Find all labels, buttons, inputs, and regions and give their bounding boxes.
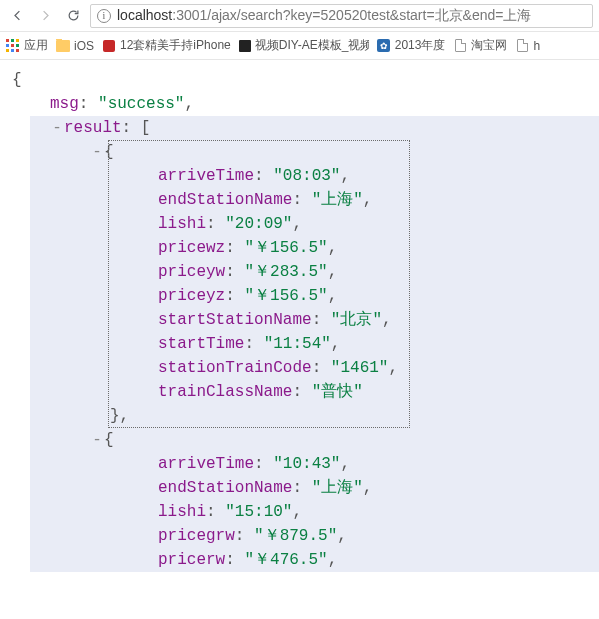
bookmark-2013[interactable]: ✿ 2013年度 [377,37,446,54]
json-key: lishi [158,215,206,233]
json-line: pricewz: "￥156.5", [30,236,599,260]
bookmark-label: 应用 [24,37,48,54]
apps-icon [6,39,20,53]
json-string: "￥283.5" [244,263,327,281]
url-rest: :3001/ajax/search?key=520520test&start=北… [172,7,531,23]
json-string: "￥476.5" [244,551,327,569]
json-line: pricegrw: "￥879.5", [30,524,599,548]
arrow-left-icon [10,8,25,23]
black-icon [239,39,251,53]
json-line: arriveTime: "10:43", [30,452,599,476]
paw-icon: ✿ [377,39,391,53]
bookmark-taobao[interactable]: 淘宝网 [453,37,507,54]
json-key: trainClassName [158,383,292,401]
json-string: "11:54" [264,335,331,353]
json-line: { [0,68,599,92]
json-string: "￥879.5" [254,527,337,545]
json-line: pricerw: "￥476.5", [30,548,599,572]
json-line: endStationName: "上海", [30,188,599,212]
json-string: "北京" [331,311,382,329]
json-key: msg [50,95,79,113]
json-key: arriveTime [158,455,254,473]
json-key: lishi [158,503,206,521]
bookmark-label: iOS [74,39,94,53]
arrow-right-icon [38,8,53,23]
site-info-icon[interactable]: i [97,9,111,23]
bookmark-label: 2013年度 [395,37,446,54]
page-icon [453,39,467,53]
json-key: pricewz [158,239,225,257]
json-key: priceyz [158,287,225,305]
reload-icon [66,8,81,23]
toggle-icon[interactable]: - [90,140,104,164]
json-key: result [64,119,122,137]
red-icon [102,39,116,53]
json-string: "15:10" [225,503,292,521]
bookmark-label: 淘宝网 [471,37,507,54]
bookmark-label: 视频DIY-AE模板_视频 [255,37,369,54]
json-string: "上海" [312,191,363,209]
bookmark-h[interactable]: h [515,39,540,53]
json-string: "08:03" [273,167,340,185]
json-line: startStationName: "北京", [30,308,599,332]
json-line: lishi: "20:09", [30,212,599,236]
json-line: lishi: "15:10", [30,500,599,524]
address-bar-text: localhost:3001/ajax/search?key=520520tes… [117,7,531,25]
json-string: "success" [98,95,184,113]
json-line: priceyw: "￥283.5", [30,260,599,284]
json-string: "上海" [312,479,363,497]
toggle-icon[interactable]: - [50,116,64,140]
bookmark-apps[interactable]: 应用 [6,37,48,54]
json-line: -{ [30,428,599,452]
json-string: "1461" [331,359,389,377]
json-result-block: -result: [ -{ arriveTime: "08:03", endSt… [30,116,599,572]
json-key: priceyw [158,263,225,281]
toggle-icon[interactable]: - [90,428,104,452]
json-line: msg: "success", [0,92,599,116]
json-line: -result: [ [30,116,599,140]
json-line: trainClassName: "普快" [30,380,599,404]
json-line: -{ [30,140,599,164]
json-line: priceyz: "￥156.5", [30,284,599,308]
nav-forward-button[interactable] [34,5,56,27]
json-line: }, [30,404,599,428]
json-line: arriveTime: "08:03", [30,164,599,188]
page-icon [515,39,529,53]
json-key: startStationName [158,311,312,329]
json-string: "￥156.5" [244,287,327,305]
json-line: endStationName: "上海", [30,476,599,500]
json-string: "10:43" [273,455,340,473]
bookmark-label: h [533,39,540,53]
address-bar[interactable]: i localhost:3001/ajax/search?key=520520t… [90,4,593,28]
browser-nav-row: i localhost:3001/ajax/search?key=520520t… [0,0,599,32]
bookmark-iphone[interactable]: 12套精美手持iPhone [102,37,231,54]
json-key: stationTrainCode [158,359,312,377]
nav-reload-button[interactable] [62,5,84,27]
json-string: "￥156.5" [244,239,327,257]
nav-back-button[interactable] [6,5,28,27]
json-key: pricegrw [158,527,235,545]
json-key: pricerw [158,551,225,569]
json-line: startTime: "11:54", [30,332,599,356]
bookmark-ae[interactable]: 视频DIY-AE模板_视频 [239,37,369,54]
json-line: stationTrainCode: "1461", [30,356,599,380]
json-key: startTime [158,335,244,353]
json-key: arriveTime [158,167,254,185]
bookmark-ios[interactable]: iOS [56,39,94,53]
bookmark-label: 12套精美手持iPhone [120,37,231,54]
bookmarks-bar: 应用 iOS 12套精美手持iPhone 视频DIY-AE模板_视频 ✿ 201… [0,32,599,60]
json-key: endStationName [158,191,292,209]
json-key: endStationName [158,479,292,497]
json-string: "普快" [312,383,363,401]
url-host: localhost [117,7,172,23]
json-viewer: { msg: "success", -result: [ -{ arriveTi… [0,60,599,619]
brace-open: { [12,71,22,89]
folder-icon [56,39,70,53]
json-string: "20:09" [225,215,292,233]
